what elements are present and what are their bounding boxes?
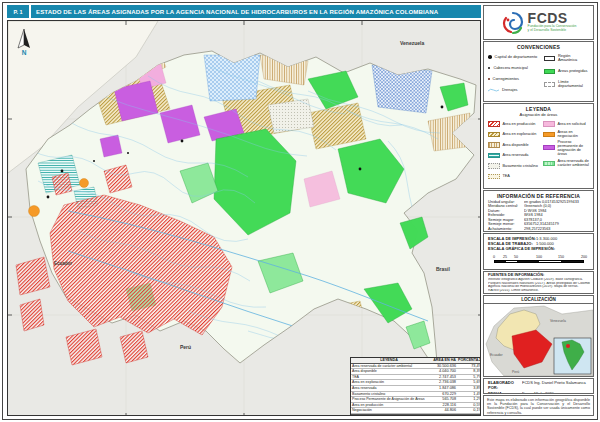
main-map[interactable]: N Venezuela Brasil Perú Ecuador LEYENDA … [7, 20, 481, 416]
region-outline-icon [544, 56, 555, 61]
tea-swatch-icon [488, 174, 500, 180]
header-leyenda: LEYENDA [351, 358, 427, 363]
scale-bar-segments [494, 260, 584, 263]
elaborado-row: ELABORADO POR:FCDS Ing. Daniel Prieto Sa… [488, 380, 590, 391]
convenciones-box: CONVENCIONES Capital de departamento Cab… [483, 41, 594, 102]
legend-item: Región Amazónica [544, 52, 590, 65]
legend-item: Basamento cristalino [488, 161, 543, 172]
inset-label-peru: Perú [512, 370, 519, 374]
localizacion-map: Venezuela Ecuador Perú Brasil [484, 304, 593, 376]
localizacion-canvas: Venezuela Ecuador Perú Brasil [484, 304, 593, 376]
graphic-scale-bar: 0 25 50 100 150 200 [494, 255, 586, 265]
label-brasil: Brasil [436, 266, 451, 272]
convenciones-grid: Capital de departamento Cabecera municip… [484, 50, 593, 96]
convenciones-title: CONVENCIONES [484, 42, 593, 50]
page-title: ESTADO DE LAS ÁREAS ASIGNADAS POR LA AGE… [31, 5, 481, 18]
header-porcentaje: PORCENTAJE [457, 358, 481, 363]
legend-item: Cabecera municipal [488, 63, 544, 74]
environmental-reserve-swatch-icon [543, 161, 555, 167]
reference-row: Achatamiento:298,257223563 [488, 227, 590, 232]
leyenda-title: LEYENDA [484, 104, 593, 112]
leyenda-grid: Área en producción Área en exploración Á… [484, 117, 593, 182]
negotiation-swatch-icon [543, 132, 555, 138]
protected-area-swatch-icon [544, 69, 555, 74]
elaborado-value: FCDS Ing. Daniel Prieto Salamanca [522, 380, 590, 391]
colombia-locator-dot [566, 344, 570, 348]
area-statistics-table: LEYENDA ÁREA EN HA PORCENTAJE Área reser… [350, 357, 481, 416]
page-number-badge: P. 1 [7, 5, 29, 18]
fcds-tagline-2: y el Desarrollo Sostenible [528, 29, 577, 33]
referencia-title: INFORMACIÓN DE REFERENCIA [484, 191, 593, 199]
convenciones-right-column: Región Amazónica Áreas protegidas Límite… [544, 52, 590, 96]
drainage-line-icon [488, 88, 499, 93]
legend-item: Área en exploración [488, 129, 543, 140]
leyenda-box: LEYENDA Asignación de áreas Área en prod… [483, 103, 594, 189]
convenciones-left-column: Capital de departamento Cabecera municip… [488, 52, 544, 96]
label-venezuela: Venezuela [400, 40, 424, 46]
capital-dot-icon [488, 55, 492, 59]
legend-item: Capital de departamento [488, 52, 544, 63]
label-peru: Perú [180, 344, 191, 350]
leyenda-left-column: Área en producción Área en exploración Á… [488, 119, 543, 182]
legend-item: TEA [488, 171, 543, 182]
north-label: N [22, 49, 27, 56]
disclaimer-box: Este mapa es elaborado con información g… [483, 395, 594, 416]
fcds-logo-icon [501, 11, 525, 35]
map-sheet: P. 1 ESTADO DE LAS ÁREAS ASIGNADAS POR L… [0, 0, 600, 422]
legend-item: Drenajes [488, 85, 544, 96]
fuente-line: RAISG (2015). Límite amazónico. [488, 289, 590, 293]
department-limit-icon [544, 82, 555, 87]
header-area: ÁREA EN HA [427, 358, 457, 363]
fcds-logo-box: FCDS Fundación para la Conservación y el… [483, 5, 594, 40]
escalas-box: ESCALA DE IMPRESIÓN:1:3.300.000 ESCALA D… [483, 233, 594, 270]
table-total-row: ÁREA TOTAL40.430.454100% [351, 414, 481, 416]
permanent-process-swatch-icon [543, 145, 555, 151]
label-ecuador: Ecuador [54, 261, 72, 266]
leyenda-right-column: Área en solicitud Áreas en negociación P… [543, 119, 591, 182]
request-swatch-icon [543, 121, 555, 127]
production-swatch-icon [488, 121, 500, 127]
credits-box: ELABORADO POR:FCDS Ing. Daniel Prieto Sa… [483, 378, 594, 394]
info-sidebar: FCDS Fundación para la Conservación y el… [483, 5, 594, 416]
available-swatch-icon [488, 142, 500, 148]
graphic-scale-title: ESCALA GRÁFICA DE IMPRESIÓN: [488, 246, 590, 252]
disclaimer-text: Este mapa es elaborado con información g… [487, 398, 590, 416]
reserved-swatch-icon [488, 153, 500, 159]
localizacion-title: LOCALIZACIÓN [484, 296, 593, 304]
referencia-rows: Unidad angular:en grados 0,0174532925199… [484, 199, 593, 232]
legend-item: Áreas protegidas [544, 65, 590, 78]
cabecera-dot-icon [488, 67, 490, 69]
legend-item: Área disponible [488, 140, 543, 151]
localizacion-box: LOCALIZACIÓN Venezuela Ecuador Perú Bras… [483, 295, 594, 377]
exploration-swatch-icon [488, 132, 500, 138]
legend-item: Áreas en negociación [543, 129, 591, 140]
fuentes-box: FUENTES DE INFORMACIÓN: Instituto Geográ… [483, 271, 594, 294]
referencia-box: INFORMACIÓN DE REFERENCIA Unidad angular… [483, 190, 594, 232]
fcds-logo-text: FCDS Fundación para la Conservación y el… [528, 12, 577, 33]
fecha-row: FECHA:Enero 19 de 2020 [488, 391, 590, 394]
legend-item: Corregimientos [488, 74, 544, 85]
legend-item: Área reservada de carácter ambiental [543, 156, 591, 171]
fecha-value: Enero 19 de 2020 [522, 391, 590, 394]
legend-item: Proceso permanente de asignación de área… [543, 140, 591, 156]
south-america-inset [554, 338, 591, 374]
corregimiento-dot-icon [488, 78, 490, 80]
legend-item: Área reservada [488, 150, 543, 161]
legend-item: Área en solicitud [543, 119, 591, 130]
inset-label-ecuador: Ecuador [490, 353, 503, 357]
scale-tick-labels: 0 25 50 100 150 200 [494, 255, 584, 260]
legend-item: Área en producción [488, 119, 543, 130]
basement-swatch-icon [488, 163, 500, 169]
inset-label-venezuela: Venezuela [550, 319, 566, 323]
legend-item: Límite departamental [544, 78, 590, 91]
